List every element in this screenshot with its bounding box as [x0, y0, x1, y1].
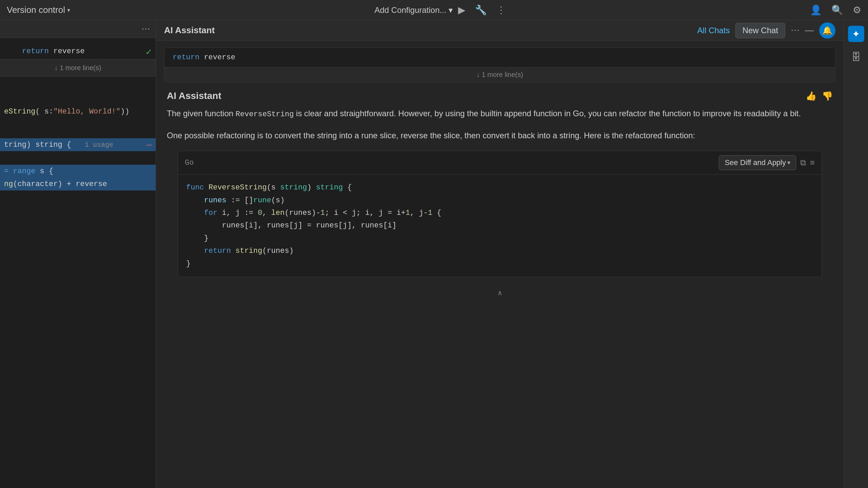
top-bar-icons: ▶ 🔧 ⋮ [458, 4, 506, 16]
code-token: tring) string { [4, 141, 71, 149]
code-preview-inner: return reverse [164, 48, 835, 67]
all-chats-button[interactable]: All Chats [697, 26, 730, 35]
ai-assistant-sidebar-button[interactable]: ✦ [848, 26, 864, 42]
code-token: (character) + reverse [13, 180, 107, 188]
new-chat-button[interactable]: New Chat [735, 23, 785, 38]
ai-message-title: AI Assistant [167, 90, 221, 101]
code-block-toolbar: Go See Diff and Apply ▾ ⧉ ≡ [178, 151, 822, 175]
top-bar-center: Add Configuration... ▾ ▶ 🔧 ⋮ [374, 4, 506, 16]
code-token: "Hello, World!" [53, 107, 120, 116]
code-line: eString ( s: "Hello, World!" )) [0, 105, 156, 118]
thumbs-down-button[interactable]: 👎 [822, 91, 833, 101]
ai-panel-title: AI Assistant [164, 25, 215, 36]
code-token: ng [4, 180, 13, 188]
copy-button[interactable]: ⧉ [800, 158, 806, 167]
check-icon: ✓ [146, 46, 152, 58]
top-bar-right-icons: 👤 🔍 ⚙ [810, 4, 861, 16]
ai-message-para2: One possible refactoring is to convert t… [167, 129, 833, 143]
notification-button[interactable]: 🔔 [819, 22, 835, 39]
wrap-button[interactable]: ≡ [810, 158, 815, 167]
thumbs-up-button[interactable]: 👍 [806, 91, 816, 101]
chevron-down-icon: ▾ [787, 159, 790, 166]
code-line: } [186, 258, 813, 270]
scroll-up-indicator[interactable]: ∧ [167, 285, 833, 300]
code-line: func ReverseString(s string) string { [186, 181, 813, 194]
chevron-down-icon: ▾ [449, 5, 453, 15]
more-options-button[interactable]: ⋮ [496, 4, 506, 16]
more-lines-label: ↓ 1 more line(s) [55, 64, 101, 72]
more-lines-bar[interactable]: ↓ 1 more line(s) [0, 59, 156, 77]
code-line: return reverse ✓ [0, 45, 156, 58]
top-bar-left: Version control ▾ [7, 5, 70, 15]
minus-icon: — [147, 140, 152, 149]
code-line: runes[i], runes[j] = runes[j], runes[i] [186, 219, 813, 232]
code-line: for i, j := 0, len(runes)-1; i < j; i, j… [186, 207, 813, 219]
panel-minimize-button[interactable]: — [805, 25, 814, 36]
code-preview-block: return reverse ↓ 1 more line(s) [164, 47, 835, 82]
ai-message-header: AI Assistant 👍 👎 [167, 90, 833, 101]
left-panel: ⋯ return reverse ✓ ↓ 1 more line(s) eStr… [0, 20, 156, 488]
spacer [0, 151, 156, 165]
see-diff-label: See Diff and Apply [725, 158, 786, 167]
code-token: s { [35, 167, 53, 176]
code-token: = range [4, 167, 35, 176]
panel-more-button[interactable]: ⋯ [791, 25, 800, 36]
panel-more-button[interactable]: ⋯ [141, 24, 150, 34]
chevron-down-icon: ▾ [67, 6, 70, 14]
code-line-highlighted: tring) string { 1 usage — [0, 138, 156, 151]
see-diff-apply-button[interactable]: See Diff and Apply ▾ [719, 155, 796, 170]
gear-button[interactable]: ⚙ [853, 4, 861, 16]
ai-message: AI Assistant 👍 👎 The given function Reve… [156, 90, 844, 300]
code-line-highlighted: = range s { [0, 165, 156, 178]
code-block-main: Go See Diff and Apply ▾ ⧉ ≡ func Reverse… [178, 151, 822, 277]
more-lines-label: ↓ 1 more line(s) [476, 71, 523, 78]
inline-code: ReverseString [236, 110, 294, 119]
notification-icon: 🔔 [822, 26, 832, 35]
code-block-actions: See Diff and Apply ▾ ⧉ ≡ [719, 155, 815, 170]
database-icon: 🗄 [851, 52, 861, 63]
database-sidebar-button[interactable]: 🗄 [848, 49, 864, 65]
right-sidebar: ✦ 🗄 [844, 20, 868, 488]
version-control-label: Version control [7, 5, 65, 15]
ai-assistant-panel: AI Assistant All Chats New Chat ⋯ — 🔔 re… [156, 20, 844, 488]
version-control-button[interactable]: Version control ▾ [7, 5, 70, 15]
code-lang-label: Go [185, 159, 194, 167]
code-line-highlighted: ng (character) + reverse [0, 178, 156, 190]
code-line: } [186, 232, 813, 245]
ai-panel-content[interactable]: return reverse ↓ 1 more line(s) AI Assis… [156, 41, 844, 488]
add-config-label: Add Configuration... [374, 5, 446, 15]
user-button[interactable]: 👤 [810, 4, 822, 16]
ai-panel-header: AI Assistant All Chats New Chat ⋯ — 🔔 [156, 20, 844, 41]
code-line: runes := []rune(s) [186, 194, 813, 207]
spacer [0, 78, 156, 105]
code-token: ( s: [35, 107, 53, 116]
settings-tool-button[interactable]: 🔧 [475, 4, 487, 16]
code-area: return reverse ✓ ↓ 1 more line(s) eStrin… [0, 38, 156, 488]
code-token: )) [120, 107, 129, 116]
search-button[interactable]: 🔍 [831, 4, 843, 16]
ai-assistant-icon: ✦ [852, 28, 860, 40]
main-layout: ⋯ return reverse ✓ ↓ 1 more line(s) eStr… [0, 20, 868, 488]
spacer [0, 118, 156, 138]
ai-message-actions: 👍 👎 [806, 91, 833, 101]
code-line: return string(runes) [186, 245, 813, 257]
scroll-up-icon: ∧ [497, 289, 502, 297]
code-token: return reverse [4, 47, 85, 56]
code-token: eString [4, 107, 35, 116]
code-token: reverse [204, 53, 235, 62]
code-block-body: func ReverseString(s string) string { ru… [178, 175, 822, 277]
code-token: return [173, 53, 199, 62]
run-button[interactable]: ▶ [458, 4, 466, 16]
ai-message-para1: The given function ReverseString is clea… [167, 107, 833, 121]
ai-panel-actions: All Chats New Chat ⋯ — 🔔 [697, 22, 835, 39]
add-config-button[interactable]: Add Configuration... ▾ [374, 5, 452, 15]
usage-badge: 1 usage [77, 141, 113, 149]
top-bar: Version control ▾ Add Configuration... ▾… [0, 0, 868, 20]
more-lines-button[interactable]: ↓ 1 more line(s) [164, 67, 835, 82]
left-panel-header: ⋯ [0, 20, 156, 38]
